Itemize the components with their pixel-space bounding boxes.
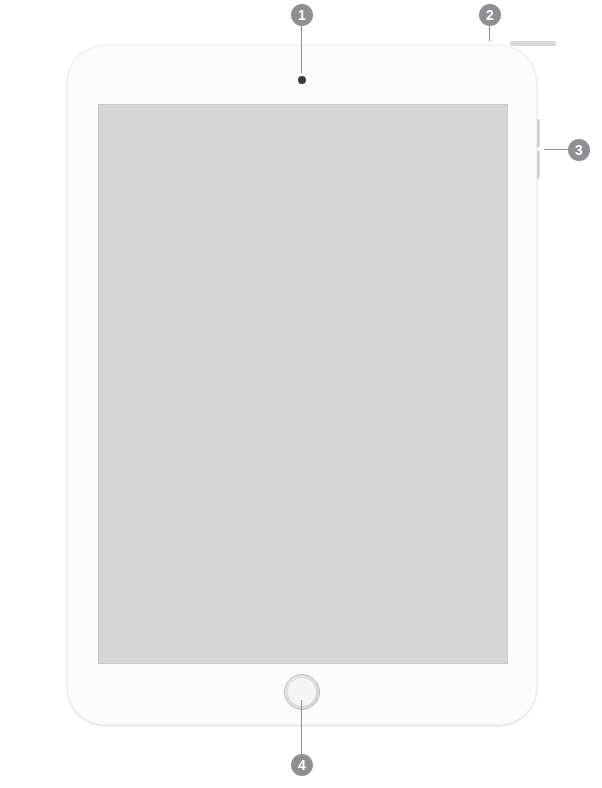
callout-badge-1: 1 (291, 4, 313, 26)
front-camera (298, 76, 306, 84)
top-button (510, 41, 556, 46)
callout-badge-2: 2 (479, 4, 501, 26)
callout-number: 4 (298, 758, 306, 772)
device-diagram: 1 2 3 4 (0, 0, 602, 788)
callout-badge-3: 3 (568, 139, 590, 161)
callout-number: 1 (298, 8, 306, 22)
callout-number: 3 (575, 143, 583, 157)
screen (98, 104, 508, 664)
home-button-ring (288, 678, 316, 706)
tablet-bezel (68, 46, 536, 724)
home-button (284, 674, 320, 710)
callout-number: 2 (486, 8, 494, 22)
tablet-body (67, 45, 537, 725)
callout-badge-4: 4 (291, 754, 313, 776)
leader-line-4 (301, 700, 302, 755)
